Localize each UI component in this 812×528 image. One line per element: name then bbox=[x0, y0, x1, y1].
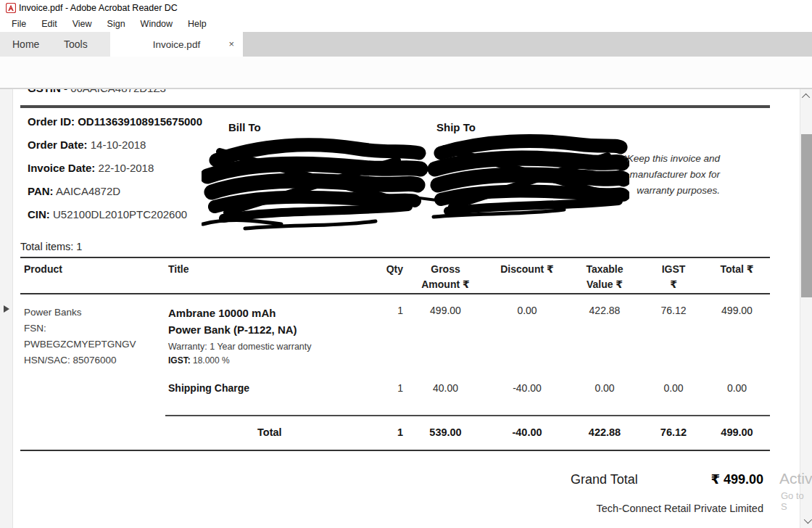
igst-cell: 0.00 bbox=[643, 382, 704, 394]
order-id-label: Order ID: bbox=[28, 115, 75, 128]
taxable-cell: 0.00 bbox=[566, 382, 643, 394]
grand-total-label: Grand Total bbox=[571, 472, 638, 487]
gstin-line: GSTIN - 06AAICA4872D1Z3 bbox=[28, 89, 166, 94]
order-date-value: 14-10-2018 bbox=[91, 139, 146, 151]
menu-file[interactable]: File bbox=[6, 17, 32, 30]
taxable-cell: 422.88 bbox=[566, 305, 643, 368]
total-cell: 499.00 bbox=[704, 305, 770, 368]
window-title: Invoice.pdf - Adobe Acrobat Reader DC bbox=[19, 3, 178, 13]
header-total: Total ₹ bbox=[704, 262, 770, 292]
totals-igst: 76.12 bbox=[643, 426, 704, 438]
invoice-fields: Order ID: OD113639108915675000 Order Dat… bbox=[28, 115, 202, 231]
gstin-value: 06AAICA4872D1Z3 bbox=[70, 89, 166, 94]
totals-gross: 539.00 bbox=[403, 426, 488, 438]
product-title-line: Power Bank (P-1122, NA) bbox=[168, 321, 377, 338]
header-gross-amount: Gross Amount ₹ bbox=[415, 262, 476, 292]
totals-divider bbox=[165, 415, 770, 416]
menu-bar: File Edit View Sign Window Help bbox=[0, 16, 812, 32]
tab-bar: Home Tools Invoice.pdf × bbox=[0, 32, 812, 57]
gstin-label: GSTIN - bbox=[28, 89, 67, 94]
title-bar: Invoice.pdf - Adobe Acrobat Reader DC bbox=[0, 0, 812, 16]
totals-total: 499.00 bbox=[704, 426, 770, 438]
gross-cell: 40.00 bbox=[403, 382, 488, 394]
cin-value: U52100DL2010PTC202600 bbox=[53, 208, 187, 220]
igst-label: IGST: bbox=[168, 355, 191, 366]
cin-label: CIN: bbox=[28, 208, 50, 220]
seller-name: Tech-Connect Retail Private Limited bbox=[597, 503, 764, 514]
pan-label: PAN: bbox=[28, 185, 54, 197]
invoice-date-label: Invoice Date: bbox=[28, 162, 95, 174]
product-warranty: Warranty: 1 Year domestic warranty bbox=[168, 339, 377, 354]
totals-label: Total bbox=[165, 426, 377, 438]
igst-cell: 76.12 bbox=[643, 305, 704, 368]
table-top-border bbox=[20, 257, 770, 258]
product-igst-line: IGST: 18.000 % bbox=[168, 354, 377, 368]
activate-windows-watermark-sub: Go to S bbox=[781, 490, 812, 512]
discount-cell: 0.00 bbox=[488, 305, 566, 368]
activate-windows-watermark: Activa bbox=[779, 470, 812, 487]
totals-taxable: 422.88 bbox=[566, 426, 643, 438]
pdf-page: GSTIN - 06AAICA4872D1Z3 Order ID: OD1136… bbox=[13, 89, 800, 528]
product-hsn: HSN/SAC: 85076000 bbox=[24, 352, 165, 368]
product-category: Power Banks bbox=[24, 305, 165, 321]
qty-cell: 1 bbox=[377, 382, 403, 394]
tab-home[interactable]: Home bbox=[12, 32, 39, 57]
navigation-pane-strip bbox=[0, 89, 13, 528]
close-tab-icon[interactable]: × bbox=[228, 38, 234, 49]
invoice-date-row: Invoice Date: 22-10-2018 bbox=[28, 162, 202, 185]
warranty-note: *Keep this invoice and manufacturer box … bbox=[560, 151, 720, 199]
cin-row: CIN: U52100DL2010PTC202600 bbox=[28, 208, 202, 231]
vertical-scrollbar[interactable] bbox=[800, 89, 812, 528]
discount-cell: -40.00 bbox=[488, 382, 566, 394]
scrollbar-thumb[interactable] bbox=[801, 134, 812, 297]
qty-cell: 1 bbox=[377, 305, 403, 368]
total-cell: 0.00 bbox=[704, 382, 770, 394]
header-divider bbox=[20, 105, 770, 108]
scroll-down-icon[interactable] bbox=[800, 513, 812, 528]
main-toolbar: 1 / 1 119% bbox=[0, 57, 812, 89]
header-discount: Discount ₹ bbox=[488, 262, 566, 292]
totals-discount: -40.00 bbox=[488, 426, 566, 438]
totals-qty: 1 bbox=[377, 426, 403, 438]
menu-view[interactable]: View bbox=[67, 17, 98, 30]
table-row: Power Banks FSN: PWBEGZCMYEPTGNGV HSN/SA… bbox=[20, 305, 770, 368]
header-product: Product bbox=[20, 262, 165, 292]
table-totals-row: Total 1 539.00 -40.00 422.88 76.12 499.0… bbox=[20, 426, 770, 438]
table-header-underline bbox=[20, 293, 770, 294]
invoice-date-value: 22-10-2018 bbox=[99, 162, 154, 174]
header-qty: Qty bbox=[377, 262, 403, 292]
table-bottom-border bbox=[20, 450, 770, 451]
igst-value: 18.000 % bbox=[193, 355, 230, 366]
menu-help[interactable]: Help bbox=[182, 17, 212, 30]
header-taxable-value: Taxable Value ₹ bbox=[578, 262, 632, 292]
pan-value: AAICA4872D bbox=[56, 185, 120, 197]
scroll-up-icon[interactable] bbox=[800, 89, 812, 104]
warranty-note-line: manufacturer box for bbox=[560, 167, 720, 183]
warranty-note-line: warranty purposes. bbox=[560, 183, 720, 199]
order-date-label: Order Date: bbox=[28, 139, 88, 151]
menu-window[interactable]: Window bbox=[135, 17, 178, 30]
menu-sign[interactable]: Sign bbox=[102, 17, 131, 30]
product-cell: Power Banks FSN: PWBEGZCMYEPTGNGV HSN/SA… bbox=[20, 305, 165, 368]
gross-cell: 499.00 bbox=[403, 305, 488, 368]
product-fsn-value: PWBEGZCMYEPTGNGV bbox=[24, 337, 165, 352]
product-title-line: Ambrane 10000 mAh bbox=[168, 305, 377, 321]
tab-document-label: Invoice.pdf bbox=[153, 39, 200, 50]
grand-total-value: ₹ 499.00 bbox=[710, 471, 763, 487]
nav-pane-toggle-icon[interactable] bbox=[4, 305, 9, 313]
tab-tools[interactable]: Tools bbox=[64, 32, 88, 57]
tab-document-invoice[interactable]: Invoice.pdf × bbox=[110, 32, 243, 57]
acrobat-app-icon bbox=[6, 3, 16, 13]
title-cell: Ambrane 10000 mAh Power Bank (P-1122, NA… bbox=[165, 305, 377, 368]
total-items-label: Total items: 1 bbox=[20, 241, 82, 252]
product-fsn-label: FSN: bbox=[24, 321, 165, 337]
header-igst: IGST ₹ bbox=[658, 262, 690, 292]
shipping-charge-label: Shipping Charge bbox=[165, 382, 377, 394]
table-row: Shipping Charge 1 40.00 -40.00 0.00 0.00… bbox=[20, 382, 770, 394]
order-id-value: OD113639108915675000 bbox=[78, 115, 202, 128]
pan-row: PAN: AAICA4872D bbox=[28, 185, 202, 208]
order-id-row: Order ID: OD113639108915675000 bbox=[28, 115, 202, 139]
header-title: Title bbox=[165, 262, 377, 292]
menu-edit[interactable]: Edit bbox=[36, 17, 63, 30]
warranty-note-line: *Keep this invoice and bbox=[560, 151, 720, 167]
